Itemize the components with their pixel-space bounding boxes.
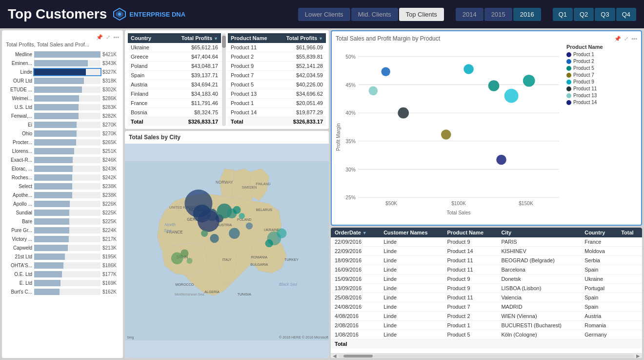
table-row[interactable]: Ukraine$65,612.16 xyxy=(128,43,221,52)
year-2016-btn[interactable]: 2016 xyxy=(513,8,541,21)
bar-row[interactable]: Weimei...$286K xyxy=(6,94,119,103)
bar-row[interactable]: Linde$327K xyxy=(6,68,119,76)
q4-btn[interactable]: Q4 xyxy=(616,8,636,21)
table-row[interactable]: 4/08/2016LindeProduct 2WIEN (Vienna)Aust… xyxy=(331,312,642,321)
table-row[interactable]: Product 14$19,877.29 xyxy=(228,108,326,117)
bar-row[interactable]: Ei$270K xyxy=(6,121,119,129)
bar-row[interactable]: Apollo ...$226K xyxy=(6,200,119,208)
table-cell: 25/08/2016 xyxy=(331,293,380,302)
bar-row[interactable]: Fenwal,...$282K xyxy=(6,112,119,120)
table-row[interactable]: Product 13$34,696.62 xyxy=(228,89,326,99)
bar-row[interactable]: Burt's C...$162K xyxy=(6,288,119,296)
map-title: Total Sales by City xyxy=(125,131,329,144)
table-row[interactable]: Bosnia$8,324.75 xyxy=(128,108,221,117)
table-row[interactable]: Product 9$52,141.28 xyxy=(228,62,326,71)
table-row[interactable]: 22/09/2016LindeProduct 14KISHINEVMoldova xyxy=(331,247,642,256)
bar-row[interactable]: Capweld$213K xyxy=(6,244,119,252)
bar-row[interactable]: 21st Ltd$195K xyxy=(6,253,119,261)
scatter-pin-icon[interactable]: 📌 xyxy=(614,36,621,42)
bar-row[interactable]: Llorens...$251K xyxy=(6,147,119,155)
bar-row[interactable]: Elorac, ...$243K xyxy=(6,165,119,173)
table-row[interactable]: 1/08/2016LindeProduct 5Köln (Cologne)Ger… xyxy=(331,330,642,339)
bar-track xyxy=(34,174,101,181)
pin-icon[interactable]: 📌 xyxy=(96,34,103,41)
horizontal-scrollbar[interactable]: ◀ ▶ xyxy=(331,353,642,358)
product-table-wrapper: Product Name Total Profits ▼ Product 11$… xyxy=(228,33,326,126)
table-cell: Austria xyxy=(581,312,617,321)
table-row[interactable]: France$11,791.46 xyxy=(128,99,221,108)
bar-row[interactable]: Select$238K xyxy=(6,182,119,191)
year-2015-btn[interactable]: 2015 xyxy=(484,8,512,21)
svg-text:40%: 40% xyxy=(345,110,356,116)
table-row[interactable]: Finland$34,183.40 xyxy=(128,89,221,99)
table-row[interactable]: Product 7$42,034.59 xyxy=(228,71,326,80)
table-row[interactable]: Spain$39,137.71 xyxy=(128,71,221,80)
bar-track xyxy=(34,254,101,260)
bar-value: $195K xyxy=(101,254,119,259)
expand-icon[interactable]: ⤢ xyxy=(106,34,110,41)
bottom-data-table: OrderDate ▼Customer NamesProduct NameCit… xyxy=(331,228,642,348)
bar-row[interactable]: Eminen...$343K xyxy=(6,59,119,67)
bar-row[interactable]: OHTA'S...$186K xyxy=(6,261,119,270)
svg-point-36 xyxy=(277,229,286,238)
top-clients-btn[interactable]: Top Clients xyxy=(399,8,444,21)
bar-track xyxy=(34,69,101,75)
bar-track xyxy=(34,157,101,163)
table-cell: Spain xyxy=(581,293,617,302)
bar-label: Sundial xyxy=(6,210,34,215)
table-row[interactable]: 15/09/2016LindeProduct 9DonetskUkraine xyxy=(331,275,642,284)
table-row[interactable]: 2/08/2016LindeProduct 1BUCURESTI (Buchar… xyxy=(331,321,642,330)
bar-row[interactable]: Exact-R...$246K xyxy=(6,156,119,164)
bar-row[interactable]: Roches...$242K xyxy=(6,173,119,182)
q1-btn[interactable]: Q1 xyxy=(553,8,573,21)
svg-point-67 xyxy=(488,80,500,91)
q2-btn[interactable]: Q2 xyxy=(574,8,594,21)
bar-row[interactable]: Medline$421K xyxy=(6,50,119,59)
table-row[interactable]: Product 1$20,051.49 xyxy=(228,99,326,108)
bar-row[interactable]: E. Ltd$169K xyxy=(6,279,119,287)
table-row[interactable]: 24/08/2016LindeProduct 7MADRIDSpain xyxy=(331,302,642,312)
more-icon[interactable]: ••• xyxy=(113,34,119,41)
bar-row[interactable]: O.E. Ltd$177K xyxy=(6,270,119,278)
year-2014-btn[interactable]: 2014 xyxy=(456,8,483,21)
table-row[interactable]: 25/08/2016LindeProduct 11ValenciaSpain xyxy=(331,293,642,302)
bar-value: $286K xyxy=(101,96,119,101)
table-cell: Spain xyxy=(581,302,617,312)
scatter-more-icon[interactable]: ••• xyxy=(631,36,637,42)
svg-text:Mediterranean Sea: Mediterranean Sea xyxy=(175,293,204,296)
bar-row[interactable]: Sundial$225K xyxy=(6,209,119,217)
table-row[interactable]: Austria$34,694.21 xyxy=(128,80,221,89)
bar-row[interactable]: OUR Ltd$318K xyxy=(6,77,119,85)
country-table-scrollbar[interactable] xyxy=(222,33,226,126)
bar-track xyxy=(34,210,101,216)
mid-clients-btn[interactable]: Mid. Clients xyxy=(351,8,398,21)
table-row[interactable]: 18/09/2016LindeProduct 11BEOGRAD (Belgra… xyxy=(331,256,642,265)
table-row[interactable]: 22/09/2016LindeProduct 9PARISFrance xyxy=(331,237,642,247)
bar-row[interactable]: ETUDE ...$302K xyxy=(6,85,119,94)
bar-row[interactable]: Procter...$265K xyxy=(6,138,119,147)
bar-row[interactable]: Pure Gr...$224K xyxy=(6,226,119,234)
bar-row[interactable]: U.S. Ltd$283K xyxy=(6,103,119,111)
bar-row[interactable]: Bare$225K xyxy=(6,217,119,226)
bottom-table-scroll[interactable]: OrderDate ▼Customer NamesProduct NameCit… xyxy=(331,228,642,353)
enterprise-dna-logo: ENTERPRISE DNA xyxy=(113,7,185,21)
bar-row[interactable]: Victory ...$217K xyxy=(6,235,119,243)
q3-btn[interactable]: Q3 xyxy=(595,8,615,21)
table-row[interactable]: 16/09/2016LindeProduct 11BarcelonaSpain xyxy=(331,265,642,275)
table-row[interactable]: Product 5$40,226.00 xyxy=(228,80,326,89)
table-row[interactable]: 13/09/2016LindeProduct 9LISBOA (Lisbon)P… xyxy=(331,284,642,293)
table-row[interactable]: Poland$43,048.17 xyxy=(128,62,221,71)
bar-row[interactable]: Ohio$270K xyxy=(6,129,119,138)
svg-text:bing: bing xyxy=(127,336,134,339)
table-cell: Product 2 xyxy=(443,312,498,321)
product-name-col-header: Product Name xyxy=(228,33,277,43)
lower-clients-btn[interactable]: Lower Clients xyxy=(298,8,350,21)
svg-text:North: North xyxy=(165,222,176,227)
bar-row[interactable]: Apothe...$238K xyxy=(6,191,119,199)
table-row[interactable]: Product 11$61,966.09 xyxy=(228,43,326,52)
scatter-expand-icon[interactable]: ⤢ xyxy=(624,36,628,42)
table-row[interactable]: Product 2$55,839.81 xyxy=(228,52,326,62)
bar-label: Llorens... xyxy=(6,148,34,154)
scatter-title: Total Sales and Profit Margin by Product xyxy=(336,35,440,42)
table-row[interactable]: Greece$47,404.64 xyxy=(128,52,221,62)
